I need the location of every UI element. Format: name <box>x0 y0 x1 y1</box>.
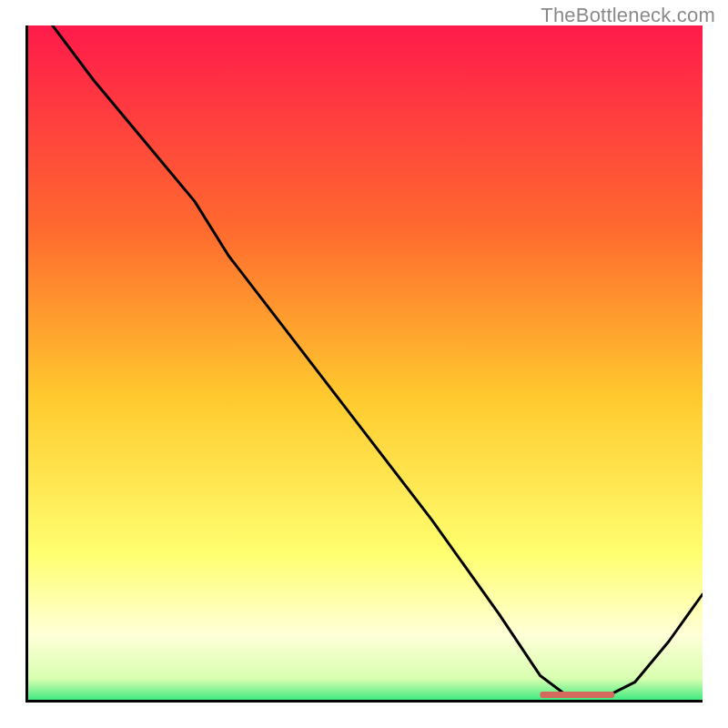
optimal-range-marker <box>540 692 614 698</box>
chart-svg <box>25 25 703 703</box>
y-axis <box>25 25 28 703</box>
x-axis <box>25 700 703 703</box>
chart-container: { "watermark": "TheBottleneck.com", "col… <box>0 0 728 728</box>
watermark-text: TheBottleneck.com <box>541 4 715 27</box>
gradient-background <box>25 25 703 703</box>
